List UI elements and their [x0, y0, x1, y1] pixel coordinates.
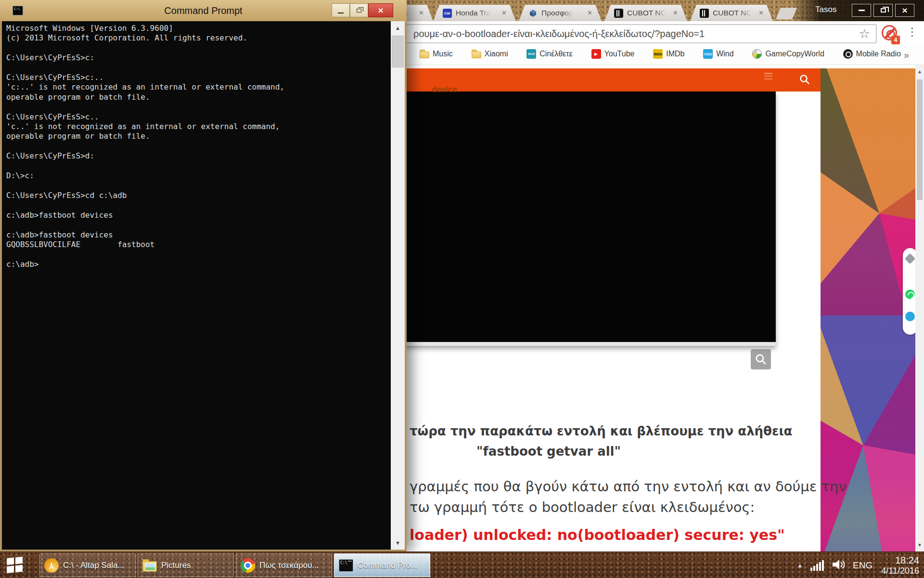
tab-close-icon[interactable]: ×: [673, 9, 678, 17]
folder-icon: [420, 52, 429, 58]
start-button[interactable]: [7, 557, 26, 574]
desktop: n × Car Honda Tra × Προσφορ ×: [0, 0, 924, 578]
tab-close-icon[interactable]: ×: [588, 9, 592, 17]
profile-name[interactable]: Tasos: [815, 5, 836, 14]
hidden-icons-arrow[interactable]: ▲: [797, 562, 803, 569]
bookmark-music[interactable]: Music: [420, 49, 453, 59]
page-scrollbar[interactable]: ▲ ▼: [915, 65, 924, 552]
clock-date: 4/11/2016: [881, 566, 919, 576]
browser-close-button[interactable]: ×: [895, 4, 914, 17]
tab-prosfores[interactable]: Προσφορ ×: [519, 5, 602, 21]
minimize-icon: [338, 13, 344, 13]
url-text[interactable]: ρουμε-αν-ο-bootloader-είναι-κλειδωμένος-…: [413, 28, 705, 39]
taskbar-item-label: Pictures: [161, 561, 191, 570]
bookmark-label: Wind: [716, 50, 733, 58]
browser-minimize-button[interactable]: [852, 4, 871, 17]
taskbar: Y C:\ - Altap Sala... Pictures Πως τσεκά…: [0, 552, 924, 578]
bookmark-label: YouTube: [604, 50, 635, 58]
cmd-title-bar[interactable]: C:\ Command Prompt ×: [0, 0, 407, 21]
cmd-minimize-button[interactable]: [332, 3, 350, 17]
restore-icon: [357, 9, 361, 13]
taskbar-item-salamander[interactable]: Y C:\ - Altap Sala...: [39, 553, 136, 577]
bookmark-xiaomi[interactable]: Xiaomi: [472, 49, 508, 59]
tab-close-icon[interactable]: ×: [759, 9, 763, 17]
article-paragraph-line2: τω γραμμή τότε ο bootloader είναι κλειδω…: [410, 499, 755, 515]
article-quote-line1: τώρα την παρακάτω εντολή και βλέπουμε τη…: [410, 424, 792, 438]
cmd-terminal-text: Microsoft Windows [Version 6.3.9600] (c)…: [2, 21, 391, 269]
close-icon: ×: [378, 5, 383, 16]
close-icon: ×: [902, 6, 907, 15]
tab-label: Honda Tra: [456, 9, 490, 17]
tab-cubot-1[interactable]: CUBOT NC ×: [604, 5, 687, 21]
command-prompt-window: C:\ Command Prompt × Microsoft Windows […: [0, 0, 407, 552]
bookmark-label: IMDb: [666, 50, 684, 58]
bookmarks-overflow-icon[interactable]: »: [904, 50, 909, 61]
scroll-up-icon[interactable]: ▲: [915, 69, 924, 74]
taskbar-item-label: Πως τσεκάρου...: [259, 561, 319, 570]
bookmark-wind[interactable]: F2G Wind: [703, 49, 733, 59]
cmd-close-button[interactable]: ×: [368, 3, 393, 17]
bookmark-gamecopyworld[interactable]: GameCopyWorld: [752, 49, 824, 59]
taskbar-item-cmd[interactable]: C:\ Command Pro...: [334, 553, 430, 577]
scroll-down-icon[interactable]: ▼: [391, 540, 405, 546]
chrome-icon: [241, 558, 255, 573]
volume-icon[interactable]: [832, 558, 846, 573]
url-bar[interactable]: ρουμε-αν-ο-bootloader-είναι-κλειδωμένος-…: [337, 24, 877, 43]
cmd-output-area[interactable]: Microsoft Windows [Version 6.3.9600] (c)…: [2, 21, 391, 550]
scrollbar-thumb[interactable]: [917, 79, 923, 200]
clock-time: 18:24: [881, 555, 919, 566]
image-zoom-icon[interactable]: [751, 349, 771, 369]
tab-close-icon[interactable]: ×: [502, 9, 506, 17]
cubot-favicon: [700, 9, 709, 18]
tab-honda[interactable]: Car Honda Tra ×: [433, 5, 516, 21]
bookmark-mobile-radio[interactable]: Mobile Radio: [843, 49, 901, 59]
scroll-up-icon[interactable]: ▲: [391, 25, 405, 31]
cube-favicon: [528, 9, 538, 18]
restore-icon: [881, 8, 886, 13]
site-search-icon[interactable]: [799, 74, 810, 88]
bookmark-label: Cinέλθετε: [539, 50, 573, 58]
radio-icon: [843, 49, 853, 59]
tab-label: CUBOT NC: [627, 9, 666, 17]
taskbar-item-chrome[interactable]: Πως τσεκάρου...: [236, 553, 332, 577]
share-icon[interactable]: [905, 253, 916, 264]
bookmark-label: Xiaomi: [485, 50, 508, 58]
tab-close-icon[interactable]: ×: [419, 9, 424, 17]
folder-icon: [472, 52, 481, 58]
browser-menu-icon[interactable]: ⋮: [907, 26, 918, 39]
taskbar-item-label: Command Pro...: [358, 561, 417, 570]
minimize-icon: [859, 10, 865, 11]
embed-caption-text: device: [432, 85, 457, 94]
scrollbar-thumb[interactable]: [392, 36, 404, 67]
article-result-quote: loader) unlocked: no(bootloader) secure:…: [410, 526, 785, 543]
tab-label: CUBOT NC: [713, 9, 752, 17]
salamander-icon: Y: [44, 558, 59, 573]
hamburger-menu-icon[interactable]: [764, 73, 772, 79]
taskbar-item-label: C:\ - Altap Sala...: [63, 561, 125, 570]
cmd-maximize-button[interactable]: [350, 3, 368, 17]
bookmark-cinema[interactable]: ΣΚΑΪ Cinέλθετε: [526, 49, 573, 59]
network-icon[interactable]: [810, 560, 824, 571]
whatsapp-icon[interactable]: [905, 289, 915, 299]
system-tray: ▲ ENG 18:24 4/11/2016: [797, 552, 924, 578]
imdb-icon: IMDb: [653, 49, 663, 59]
cmd-scrollbar[interactable]: ▲ ▼: [391, 21, 405, 550]
scroll-down-icon[interactable]: ▼: [915, 542, 924, 548]
bookmark-star-icon[interactable]: ☆: [859, 26, 870, 41]
bookmark-youtube[interactable]: ▶ YouTube: [591, 49, 635, 59]
page-background-art-lower: [821, 315, 915, 552]
cubot-favicon: [614, 9, 623, 18]
tab-cubot-2[interactable]: CUBOT NC ×: [690, 5, 773, 21]
f2g-icon: F2G: [703, 49, 713, 59]
tab-label: Προσφορ: [541, 9, 573, 17]
honda-favicon: Car: [443, 9, 452, 18]
browser-maximize-button[interactable]: [873, 4, 893, 17]
bookmark-label: Mobile Radio: [856, 50, 901, 58]
bookmark-label: GameCopyWorld: [765, 50, 824, 58]
language-indicator[interactable]: ENG: [853, 560, 873, 571]
twitter-icon[interactable]: [905, 312, 915, 321]
bookmark-imdb[interactable]: IMDb IMDb: [653, 49, 684, 59]
taskbar-clock[interactable]: 18:24 4/11/2016: [881, 555, 919, 576]
taskbar-item-pictures[interactable]: Pictures: [138, 553, 234, 577]
article-quote-line2: "fastboot getvar all": [476, 444, 621, 459]
